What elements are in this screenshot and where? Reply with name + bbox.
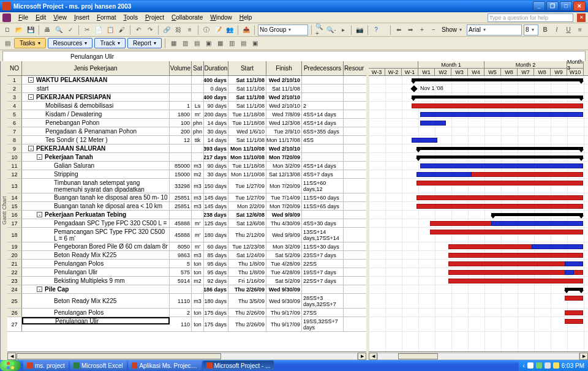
new-button[interactable]: 🗋	[2, 25, 12, 35]
menu-insert[interactable]: Insert	[70, 13, 93, 22]
col-name[interactable]: Jenis Pekerjaan	[22, 61, 170, 75]
gantt-row[interactable]	[369, 277, 588, 285]
view-btn1[interactable]: ▦	[168, 39, 178, 48]
gantt-body[interactable]: Nov 1 '08	[369, 76, 588, 351]
tray-icon[interactable]	[536, 362, 542, 369]
gantt-row[interactable]	[369, 127, 588, 136]
gantt-bar[interactable]	[448, 253, 583, 258]
table-row[interactable]: 22Penulangan Ulir575ton95 daysThu 1/8/09…	[7, 268, 366, 277]
table-row[interactable]: 2start0 daysSat 11/1/08Sat 11/1/08	[7, 84, 366, 93]
gantt-bar[interactable]	[412, 103, 583, 108]
gantt-bar[interactable]	[417, 204, 583, 209]
table-row[interactable]: 15Buangan tanah ke diposal area < 10 km2…	[7, 202, 366, 211]
menu-tools[interactable]: Tools	[120, 13, 141, 22]
gantt-bar[interactable]	[565, 310, 583, 315]
open-button[interactable]: 📂	[14, 25, 24, 35]
taskbar-item[interactable]: Aplikasi Ms. Project ...	[128, 361, 202, 370]
view-btn8[interactable]: ▣	[250, 39, 260, 48]
gantt-row[interactable]: Nov 1 '08	[369, 84, 588, 93]
table-row[interactable]: 16-Pekerjaan Perkuatan Tebing238 daysSat…	[7, 211, 366, 219]
view-btn3[interactable]: ▤	[192, 39, 202, 48]
save-button[interactable]: 💾	[26, 25, 36, 35]
gantt-row[interactable]	[369, 228, 588, 242]
track-tab[interactable]: Track	[94, 38, 126, 48]
gantt-bar[interactable]	[491, 221, 583, 226]
gantt-bar[interactable]	[491, 213, 583, 216]
align-button[interactable]: ≡	[575, 25, 585, 35]
table-row[interactable]: 21Penulangan Polos5ton95 daysThu 1/8/09T…	[7, 260, 366, 268]
scroll-right[interactable]: ▶	[358, 353, 366, 360]
gantt-bar[interactable]	[565, 288, 583, 291]
bold-button[interactable]: B	[540, 25, 550, 35]
resources-tab[interactable]: Resources	[48, 38, 93, 48]
table-row[interactable]: 11Galian Saluran85000m390 daysTue 11/18/…	[7, 162, 366, 170]
view-btn4[interactable]: ▣	[203, 39, 213, 48]
outdent-button[interactable]: ⬅	[394, 25, 404, 35]
table-row[interactable]: 19Pengeboran Bored Pile Ø 60 cm dalam 8m…	[7, 242, 366, 251]
milestone[interactable]	[410, 85, 417, 92]
table-row[interactable]: 27Penulangan Ulir110ton175 daysThu 2/26/…	[7, 317, 366, 332]
table-row[interactable]: 9-PEKERJAAN SALURAN393 daysMon 11/10/08W…	[7, 144, 366, 153]
table-row[interactable]: 20Beton Ready Mix K2259863m385 daysSat 1…	[7, 251, 366, 260]
view-btn5[interactable]: ▦	[215, 39, 225, 48]
gantt-row[interactable]	[369, 110, 588, 119]
gantt-row[interactable]	[369, 144, 588, 153]
gantt-bar[interactable]	[448, 270, 583, 275]
restore-button[interactable]: ❐	[546, 1, 559, 11]
gantt-bar[interactable]	[417, 147, 583, 150]
show-subtasks-button[interactable]: +	[417, 25, 427, 35]
fontsize-combo[interactable]: 8	[524, 24, 538, 36]
col-no[interactable]: NO	[7, 61, 22, 75]
table-row[interactable]: 12Stripping15000m230 daysMon 11/10/08Sat…	[7, 170, 366, 179]
gantt-row[interactable]	[369, 179, 588, 193]
gantt-bar[interactable]	[412, 78, 583, 81]
gantt-scroll-right[interactable]: ▶	[579, 353, 588, 360]
col-volume[interactable]: Volume	[170, 61, 192, 75]
taskbar-item[interactable]: ms. project	[23, 361, 69, 370]
cell-edit-bar[interactable]: Penulangan Ulir	[2, 51, 586, 62]
gantt-row[interactable]	[369, 170, 588, 179]
gantt-row[interactable]	[369, 242, 588, 251]
gantt-row[interactable]	[369, 93, 588, 102]
viewbar-toggle[interactable]: ▤	[2, 39, 12, 48]
clock[interactable]: 6:03 PM	[562, 362, 584, 369]
publish-button[interactable]: 📤	[241, 25, 251, 35]
gantt-row[interactable]	[369, 76, 588, 84]
gantt-bar[interactable]	[417, 181, 583, 186]
col-start[interactable]: Start	[228, 61, 266, 75]
gantt-row[interactable]	[369, 309, 588, 317]
preview-button[interactable]: 🔍	[54, 25, 64, 35]
table-row[interactable]: 14Buangan tanah ke disposal area 50 m- 1…	[7, 193, 366, 202]
menu-help[interactable]: Help	[236, 13, 256, 22]
taskbar-item[interactable]: Microsoft Excel	[70, 361, 127, 370]
gantt-row[interactable]	[369, 285, 588, 294]
table-row[interactable]: 6Penebangan Pohon100phn14 daysTue 11/18/…	[7, 119, 366, 127]
gantt-row[interactable]	[369, 251, 588, 260]
gantt-row[interactable]	[369, 260, 588, 268]
table-row[interactable]: 17Pengadaan SPC Type FPC 320 C500 L = 6 …	[7, 219, 366, 228]
table-row[interactable]: 13Timbunan tanah setempat yang memenuhi …	[7, 179, 366, 193]
col-sat[interactable]: Sat	[192, 61, 204, 75]
tray-icon[interactable]	[527, 362, 533, 369]
taskbar-item[interactable]: Microsoft Project - ...	[203, 361, 274, 370]
table-row[interactable]: 23Bekisting Multipleks 9 mm5914m292 days…	[7, 277, 366, 285]
grid-body[interactable]: 1-WAKTU PELAKSANAAN400 daysSat 11/1/08We…	[7, 76, 366, 351]
gantt-bar[interactable]	[565, 270, 574, 275]
gantt-bar[interactable]	[412, 96, 583, 99]
table-row[interactable]: 26Penulangan Polos2ton175 daysThu 2/26/0…	[7, 309, 366, 317]
gantt-hscroll[interactable]: ◀ ▶	[369, 351, 588, 360]
gantt-row[interactable]	[369, 102, 588, 110]
gantt-bar[interactable]	[565, 319, 583, 324]
table-row[interactable]: 25Beton Ready Mix K2251110m3180 daysThu …	[7, 294, 366, 309]
help-search-input[interactable]	[488, 13, 573, 22]
scroll-left[interactable]: ◀	[7, 353, 16, 360]
zoom-in-button[interactable]: 🔍+	[315, 25, 325, 35]
doc-close-button[interactable]: ✕	[577, 13, 586, 22]
notes-button[interactable]: 📝	[213, 25, 223, 35]
gantt-chart-side-tab[interactable]: Gantt Chart	[0, 61, 7, 360]
col-duration[interactable]: Duration	[204, 61, 228, 75]
table-row[interactable]: 8Tes Sondir ( 12 Meter )12ttk14 daysSat …	[7, 136, 366, 144]
font-combo[interactable]: Arial	[467, 24, 522, 36]
minimize-button[interactable]: _	[533, 1, 545, 11]
report-tab[interactable]: Report	[127, 38, 162, 48]
